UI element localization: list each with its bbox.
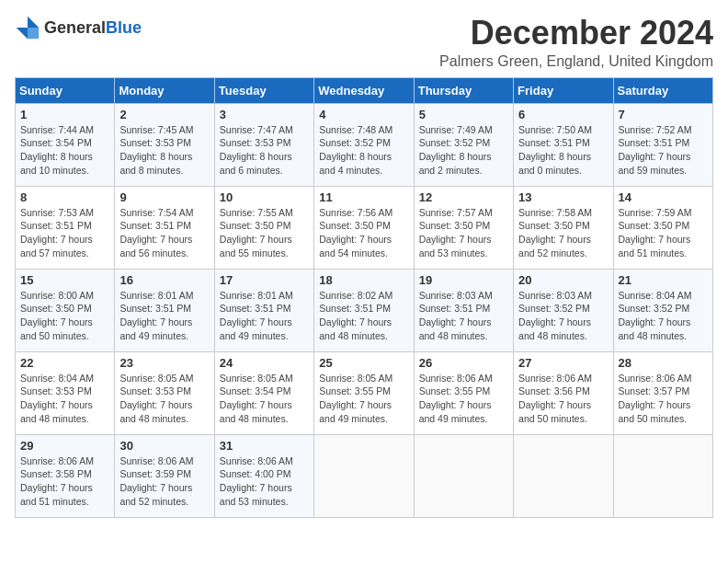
day-info: Sunrise: 8:06 AMSunset: 3:55 PMDaylight:… bbox=[419, 373, 493, 424]
day-info: Sunrise: 7:53 AMSunset: 3:51 PMDaylight:… bbox=[20, 207, 94, 259]
day-number: 9 bbox=[119, 190, 209, 204]
day-number: 25 bbox=[319, 356, 408, 370]
calendar-week-row: 22 Sunrise: 8:04 AMSunset: 3:53 PMDaylig… bbox=[16, 351, 713, 434]
day-number: 19 bbox=[419, 273, 508, 287]
day-info: Sunrise: 8:04 AMSunset: 3:52 PMDaylight:… bbox=[619, 290, 692, 341]
day-number: 4 bbox=[319, 108, 408, 121]
table-row: 27 Sunrise: 8:06 AMSunset: 3:56 PMDaylig… bbox=[514, 351, 613, 434]
day-info: Sunrise: 7:49 AMSunset: 3:52 PMDaylight:… bbox=[419, 124, 493, 176]
table-row: 24 Sunrise: 8:05 AMSunset: 3:54 PMDaylig… bbox=[214, 351, 313, 434]
day-info: Sunrise: 7:58 AMSunset: 3:50 PMDaylight:… bbox=[518, 207, 592, 259]
table-row: 23 Sunrise: 8:05 AMSunset: 3:53 PMDaylig… bbox=[115, 351, 214, 434]
day-info: Sunrise: 8:06 AMSunset: 3:57 PMDaylight:… bbox=[619, 373, 692, 424]
day-number: 20 bbox=[518, 273, 608, 287]
table-row: 8 Sunrise: 7:53 AMSunset: 3:51 PMDayligh… bbox=[16, 186, 115, 269]
day-info: Sunrise: 8:01 AMSunset: 3:51 PMDaylight:… bbox=[220, 290, 293, 341]
day-number: 30 bbox=[119, 439, 209, 453]
day-number: 8 bbox=[20, 190, 109, 204]
logo: General Blue bbox=[15, 15, 142, 40]
calendar-header-row: Sunday Monday Tuesday Wednesday Thursday… bbox=[16, 77, 713, 103]
col-saturday: Saturday bbox=[613, 77, 712, 103]
table-row: 10 Sunrise: 7:55 AMSunset: 3:50 PMDaylig… bbox=[214, 186, 313, 269]
day-info: Sunrise: 8:02 AMSunset: 3:51 PMDaylight:… bbox=[319, 290, 392, 341]
col-sunday: Sunday bbox=[16, 77, 115, 103]
svg-marker-1 bbox=[17, 28, 28, 39]
col-tuesday: Tuesday bbox=[214, 77, 313, 103]
day-info: Sunrise: 8:06 AMSunset: 3:59 PMDaylight:… bbox=[119, 455, 193, 507]
col-wednesday: Wednesday bbox=[314, 77, 414, 103]
day-number: 16 bbox=[119, 273, 209, 287]
day-info: Sunrise: 7:47 AMSunset: 3:53 PMDaylight:… bbox=[220, 124, 293, 176]
day-number: 2 bbox=[119, 108, 209, 121]
table-row: 7 Sunrise: 7:52 AMSunset: 3:51 PMDayligh… bbox=[613, 103, 712, 186]
table-row: 15 Sunrise: 8:00 AMSunset: 3:50 PMDaylig… bbox=[16, 269, 115, 351]
day-info: Sunrise: 7:56 AMSunset: 3:50 PMDaylight:… bbox=[319, 207, 392, 259]
day-info: Sunrise: 7:59 AMSunset: 3:50 PMDaylight:… bbox=[619, 207, 692, 259]
col-thursday: Thursday bbox=[414, 77, 513, 103]
table-row: 25 Sunrise: 8:05 AMSunset: 3:55 PMDaylig… bbox=[314, 351, 414, 434]
table-row: 2 Sunrise: 7:45 AMSunset: 3:53 PMDayligh… bbox=[115, 103, 214, 186]
day-info: Sunrise: 8:05 AMSunset: 3:54 PMDaylight:… bbox=[220, 373, 293, 424]
calendar-week-row: 15 Sunrise: 8:00 AMSunset: 3:50 PMDaylig… bbox=[16, 269, 713, 351]
day-number: 27 bbox=[518, 356, 608, 370]
day-number: 10 bbox=[220, 190, 309, 204]
table-row: 6 Sunrise: 7:50 AMSunset: 3:51 PMDayligh… bbox=[514, 103, 613, 186]
day-number: 26 bbox=[419, 356, 508, 370]
day-info: Sunrise: 8:06 AMSunset: 4:00 PMDaylight:… bbox=[220, 455, 293, 507]
day-info: Sunrise: 7:52 AMSunset: 3:51 PMDaylight:… bbox=[619, 124, 692, 176]
day-number: 3 bbox=[220, 108, 309, 121]
day-number: 18 bbox=[319, 273, 408, 287]
table-row: 4 Sunrise: 7:48 AMSunset: 3:52 PMDayligh… bbox=[314, 103, 414, 186]
day-info: Sunrise: 8:03 AMSunset: 3:51 PMDaylight:… bbox=[419, 290, 493, 341]
table-row: 29 Sunrise: 8:06 AMSunset: 3:58 PMDaylig… bbox=[16, 434, 115, 517]
table-row: 18 Sunrise: 8:02 AMSunset: 3:51 PMDaylig… bbox=[314, 269, 414, 351]
table-row: 30 Sunrise: 8:06 AMSunset: 3:59 PMDaylig… bbox=[115, 434, 214, 517]
table-row: 11 Sunrise: 7:56 AMSunset: 3:50 PMDaylig… bbox=[314, 186, 414, 269]
logo-icon bbox=[15, 15, 40, 40]
col-friday: Friday bbox=[514, 77, 613, 103]
table-row: 26 Sunrise: 8:06 AMSunset: 3:55 PMDaylig… bbox=[414, 351, 513, 434]
svg-marker-2 bbox=[28, 28, 39, 39]
svg-marker-0 bbox=[28, 17, 39, 28]
day-info: Sunrise: 7:48 AMSunset: 3:52 PMDaylight:… bbox=[319, 124, 392, 176]
table-row: 17 Sunrise: 8:01 AMSunset: 3:51 PMDaylig… bbox=[214, 269, 313, 351]
table-row: 16 Sunrise: 8:01 AMSunset: 3:51 PMDaylig… bbox=[115, 269, 214, 351]
location-title: Palmers Green, England, United Kingdom bbox=[439, 53, 713, 70]
table-row: 12 Sunrise: 7:57 AMSunset: 3:50 PMDaylig… bbox=[414, 186, 513, 269]
day-info: Sunrise: 7:50 AMSunset: 3:51 PMDaylight:… bbox=[518, 124, 592, 176]
day-info: Sunrise: 8:06 AMSunset: 3:56 PMDaylight:… bbox=[518, 373, 592, 424]
day-number: 13 bbox=[518, 190, 608, 204]
table-row: 3 Sunrise: 7:47 AMSunset: 3:53 PMDayligh… bbox=[214, 103, 313, 186]
day-info: Sunrise: 7:57 AMSunset: 3:50 PMDaylight:… bbox=[419, 207, 493, 259]
day-number: 21 bbox=[619, 273, 708, 287]
day-info: Sunrise: 7:55 AMSunset: 3:50 PMDaylight:… bbox=[220, 207, 293, 259]
calendar-week-row: 29 Sunrise: 8:06 AMSunset: 3:58 PMDaylig… bbox=[16, 434, 713, 517]
day-info: Sunrise: 8:04 AMSunset: 3:53 PMDaylight:… bbox=[20, 373, 94, 424]
month-title: December 2024 bbox=[439, 15, 713, 52]
day-number: 24 bbox=[220, 356, 309, 370]
day-info: Sunrise: 8:05 AMSunset: 3:55 PMDaylight:… bbox=[319, 373, 392, 424]
table-row bbox=[414, 434, 513, 517]
day-number: 28 bbox=[619, 356, 708, 370]
day-info: Sunrise: 8:05 AMSunset: 3:53 PMDaylight:… bbox=[119, 373, 193, 424]
day-number: 31 bbox=[220, 439, 309, 453]
logo-general-text: General bbox=[44, 18, 106, 38]
table-row: 14 Sunrise: 7:59 AMSunset: 3:50 PMDaylig… bbox=[613, 186, 712, 269]
day-info: Sunrise: 8:01 AMSunset: 3:51 PMDaylight:… bbox=[119, 290, 193, 341]
day-number: 17 bbox=[220, 273, 309, 287]
day-info: Sunrise: 8:03 AMSunset: 3:52 PMDaylight:… bbox=[518, 290, 592, 341]
calendar-week-row: 8 Sunrise: 7:53 AMSunset: 3:51 PMDayligh… bbox=[16, 186, 713, 269]
table-row: 21 Sunrise: 8:04 AMSunset: 3:52 PMDaylig… bbox=[613, 269, 712, 351]
table-row: 19 Sunrise: 8:03 AMSunset: 3:51 PMDaylig… bbox=[414, 269, 513, 351]
day-number: 11 bbox=[319, 190, 408, 204]
calendar-table: Sunday Monday Tuesday Wednesday Thursday… bbox=[15, 77, 713, 518]
day-number: 6 bbox=[518, 108, 608, 121]
table-row: 9 Sunrise: 7:54 AMSunset: 3:51 PMDayligh… bbox=[115, 186, 214, 269]
day-number: 15 bbox=[20, 273, 109, 287]
day-number: 12 bbox=[419, 190, 508, 204]
day-number: 14 bbox=[619, 190, 708, 204]
col-monday: Monday bbox=[115, 77, 214, 103]
table-row bbox=[514, 434, 613, 517]
page-header: General Blue December 2024 Palmers Green… bbox=[15, 15, 713, 70]
day-number: 7 bbox=[619, 108, 708, 121]
